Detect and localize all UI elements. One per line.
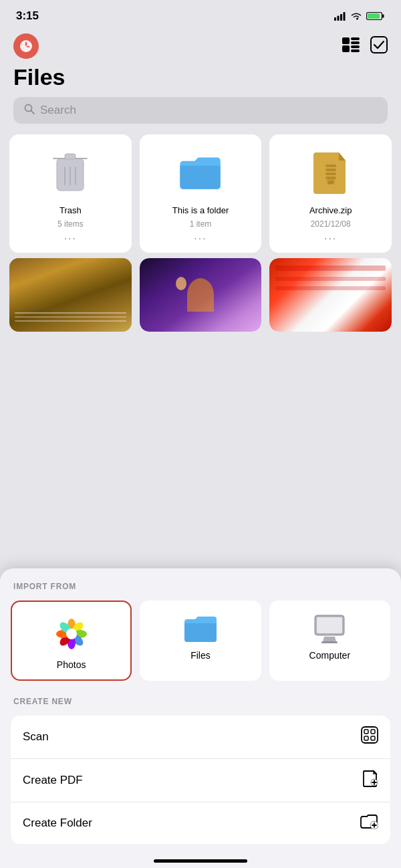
- zip-name: Archive.zip: [309, 205, 352, 215]
- svg-rect-24: [325, 173, 336, 175]
- files-icon: [183, 614, 218, 643]
- svg-rect-45: [371, 736, 375, 740]
- wifi-icon: [350, 11, 362, 21]
- photo-grid: [0, 258, 401, 332]
- svg-rect-5: [382, 15, 384, 18]
- svg-point-37: [66, 629, 77, 639]
- svg-rect-43: [371, 730, 375, 734]
- svg-line-16: [31, 111, 35, 114]
- svg-rect-18: [65, 154, 76, 159]
- app-logo-icon: [19, 39, 33, 53]
- create-folder[interactable]: Create Folder: [11, 802, 390, 844]
- folder-name: This is a folder: [172, 205, 229, 215]
- header-actions: [342, 36, 388, 56]
- photos-icon: [53, 615, 90, 653]
- svg-rect-6: [368, 13, 380, 19]
- list-view-icon: [342, 37, 360, 52]
- file-card-folder[interactable]: This is a folder 1 item ···: [140, 134, 262, 253]
- svg-rect-8: [342, 37, 350, 44]
- trash-meta: 5 items: [57, 219, 84, 229]
- svg-rect-13: [351, 49, 360, 52]
- zip-menu[interactable]: ···: [324, 233, 337, 245]
- create-scan[interactable]: Scan: [11, 716, 390, 759]
- svg-rect-40: [321, 641, 338, 643]
- status-bar: 3:15: [0, 0, 401, 28]
- photos-label: Photos: [57, 659, 86, 670]
- svg-rect-39: [317, 617, 342, 633]
- status-time: 3:15: [16, 9, 39, 23]
- file-card-trash[interactable]: Trash 5 items ···: [9, 134, 132, 253]
- bottom-sheet: IMPORT FROM Photos: [0, 568, 401, 868]
- svg-rect-25: [325, 177, 336, 179]
- home-indicator: [154, 859, 247, 863]
- trash-menu[interactable]: ···: [64, 233, 77, 245]
- create-folder-label: Create Folder: [23, 817, 92, 830]
- zip-icon: ZIP: [307, 145, 355, 199]
- create-section-label: CREATE NEW: [11, 697, 390, 706]
- folder-meta: 1 item: [190, 219, 212, 229]
- status-icons: [334, 11, 385, 21]
- svg-rect-41: [362, 727, 378, 743]
- computer-label: Computer: [309, 650, 350, 661]
- folder-icon: [176, 145, 225, 199]
- photo-card-1[interactable]: [9, 258, 132, 332]
- svg-rect-42: [364, 730, 368, 734]
- svg-rect-14: [371, 37, 387, 53]
- list-view-button[interactable]: [342, 37, 360, 55]
- create-folder-icon: [360, 813, 378, 833]
- create-pdf-icon: [362, 770, 378, 791]
- svg-rect-1: [338, 15, 340, 21]
- scan-label: Scan: [23, 730, 49, 744]
- import-row: Photos Files Computer: [11, 601, 390, 681]
- svg-rect-2: [340, 14, 342, 21]
- search-bar[interactable]: Search: [13, 97, 388, 124]
- zip-meta: 2021/12/08: [311, 219, 351, 229]
- svg-rect-3: [344, 12, 346, 21]
- checkbox-icon: [370, 36, 388, 53]
- svg-rect-44: [364, 736, 368, 740]
- page-title: Files: [0, 62, 401, 97]
- svg-rect-11: [342, 45, 350, 52]
- scan-icon: [361, 726, 378, 748]
- svg-rect-22: [325, 165, 336, 167]
- photo-card-3[interactable]: [269, 258, 392, 332]
- import-computer[interactable]: Computer: [269, 601, 390, 681]
- signal-icon: [334, 12, 346, 21]
- svg-rect-23: [325, 169, 336, 171]
- file-grid: Trash 5 items ··· This is a folder 1 ite…: [0, 134, 401, 253]
- import-photos[interactable]: Photos: [11, 601, 132, 681]
- trash-icon: [46, 145, 94, 199]
- battery-icon: [366, 11, 385, 21]
- header: [0, 28, 401, 62]
- app-logo[interactable]: [13, 33, 39, 59]
- create-pdf-label: Create PDF: [23, 774, 83, 787]
- search-placeholder: Search: [40, 104, 76, 117]
- search-icon: [24, 104, 35, 117]
- import-section-label: IMPORT FROM: [11, 582, 390, 591]
- svg-text:ZIP: ZIP: [328, 181, 333, 185]
- folder-menu[interactable]: ···: [194, 233, 207, 245]
- svg-rect-0: [334, 17, 336, 21]
- trash-name: Trash: [59, 205, 82, 215]
- photo-card-2[interactable]: [140, 258, 262, 332]
- svg-rect-12: [351, 45, 360, 48]
- svg-rect-9: [351, 37, 360, 40]
- checkbox-button[interactable]: [370, 36, 388, 56]
- create-pdf[interactable]: Create PDF: [11, 759, 390, 802]
- files-label: Files: [190, 650, 211, 661]
- import-files[interactable]: Files: [140, 601, 261, 681]
- computer-icon: [312, 614, 347, 643]
- file-card-zip[interactable]: ZIP Archive.zip 2021/12/08 ···: [269, 134, 392, 253]
- create-new-list: Scan Create PDF: [11, 716, 390, 844]
- svg-rect-10: [351, 41, 360, 44]
